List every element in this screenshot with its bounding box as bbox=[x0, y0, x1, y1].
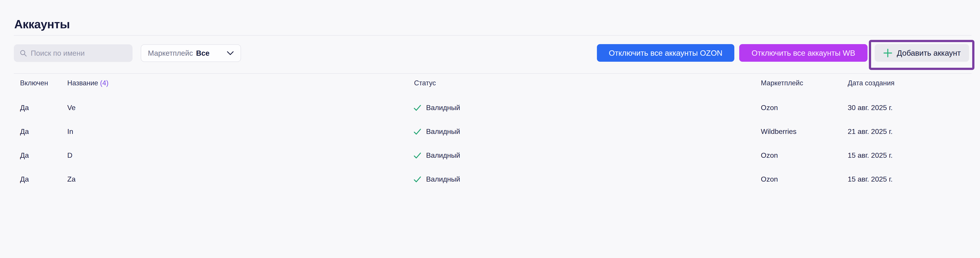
marketplace-filter-value: Все bbox=[196, 49, 210, 57]
cell-name: In bbox=[67, 119, 73, 143]
table-row[interactable]: Да D Валидный Ozon 15 авг. 2025 г. bbox=[0, 143, 980, 167]
table-row[interactable]: Да Za Валидный Ozon 15 авг. 2025 г. bbox=[0, 167, 980, 191]
status-badge: Валидный bbox=[426, 104, 460, 112]
marketplace-filter-dropdown[interactable]: Маркетплейс Все bbox=[141, 45, 241, 62]
cell-status: Валидный bbox=[413, 119, 460, 143]
check-icon bbox=[413, 104, 422, 112]
title-divider bbox=[14, 35, 972, 36]
cell-created: 15 авг. 2025 г. bbox=[848, 167, 893, 191]
toolbar-divider bbox=[14, 73, 972, 74]
cell-marketplace: Ozon bbox=[761, 143, 778, 167]
cell-name: Ve bbox=[67, 96, 75, 119]
column-header-enabled: Включен bbox=[20, 79, 48, 87]
table-row[interactable]: Да In Валидный Wildberries 21 авг. 2025 … bbox=[0, 119, 980, 143]
check-icon bbox=[413, 151, 422, 160]
column-header-created: Дата создания bbox=[848, 79, 894, 87]
accounts-page: Аккаунты Маркетплейс Все Отключить все а… bbox=[0, 0, 980, 258]
chevron-down-icon bbox=[227, 51, 234, 56]
table-row[interactable]: Да Ve Валидный Ozon 30 авг. 2025 г. bbox=[0, 96, 980, 119]
status-badge: Валидный bbox=[426, 151, 460, 159]
search-input[interactable] bbox=[31, 49, 127, 57]
cell-marketplace: Wildberries bbox=[761, 119, 797, 143]
column-header-name: Название (4) bbox=[67, 79, 108, 87]
cell-enabled: Да bbox=[20, 119, 29, 143]
column-header-status: Статус bbox=[414, 79, 436, 87]
cell-status: Валидный bbox=[413, 167, 460, 191]
cell-created: 15 авг. 2025 г. bbox=[848, 143, 893, 167]
cell-status: Валидный bbox=[413, 96, 460, 119]
check-icon bbox=[413, 175, 422, 183]
column-header-marketplace: Маркетплейс bbox=[761, 79, 803, 87]
disable-all-ozon-button[interactable]: Отключить все аккаунты OZON bbox=[597, 44, 734, 62]
cell-marketplace: Ozon bbox=[761, 96, 778, 119]
add-account-button[interactable]: Добавить аккаунт bbox=[875, 44, 969, 62]
disable-all-wb-button[interactable]: Отключить все аккаунты WB bbox=[739, 44, 867, 62]
cell-enabled: Да bbox=[20, 96, 29, 119]
cell-created: 30 авг. 2025 г. bbox=[848, 96, 893, 119]
search-box[interactable] bbox=[14, 45, 132, 62]
marketplace-filter-label: Маркетплейс bbox=[148, 49, 193, 57]
cell-name: D bbox=[67, 143, 72, 167]
check-icon bbox=[413, 127, 422, 136]
cell-status: Валидный bbox=[413, 143, 460, 167]
cell-enabled: Да bbox=[20, 143, 29, 167]
add-account-label: Добавить аккаунт bbox=[897, 49, 961, 57]
status-badge: Валидный bbox=[426, 127, 460, 136]
cell-created: 21 авг. 2025 г. bbox=[848, 119, 893, 143]
cell-name: Za bbox=[67, 167, 75, 191]
plus-icon bbox=[883, 48, 893, 58]
cell-enabled: Да bbox=[20, 167, 29, 191]
page-title: Аккаунты bbox=[14, 18, 70, 31]
magnifier-icon bbox=[20, 49, 27, 57]
cell-marketplace: Ozon bbox=[761, 167, 778, 191]
name-count-badge: (4) bbox=[100, 79, 108, 87]
status-badge: Валидный bbox=[426, 175, 460, 183]
table-header-row: Включен Название (4) Статус Маркетплейс … bbox=[0, 79, 980, 88]
